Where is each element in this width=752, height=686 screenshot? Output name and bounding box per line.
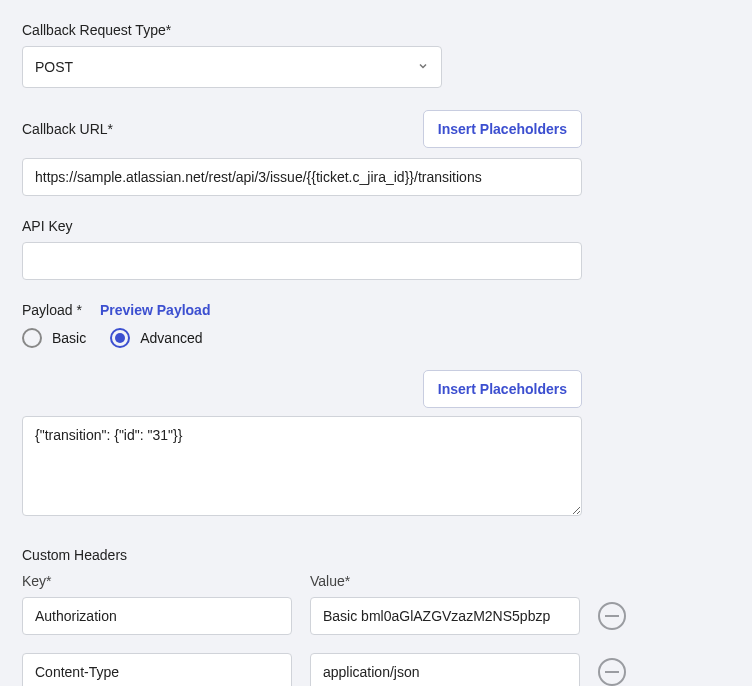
api-key-input[interactable] — [22, 242, 582, 280]
callback-request-type-section: Callback Request Type* POST — [22, 22, 730, 88]
payload-advanced-label: Advanced — [140, 330, 202, 346]
header-row — [22, 653, 662, 686]
callback-request-type-value: POST — [35, 59, 73, 75]
payload-advanced-radio[interactable]: Advanced — [110, 328, 202, 348]
callback-url-input[interactable] — [22, 158, 582, 196]
minus-icon — [605, 671, 619, 673]
header-key-col-label: Key* — [22, 573, 292, 589]
api-key-section: API Key — [22, 218, 730, 280]
header-row — [22, 597, 662, 635]
header-value-input[interactable] — [310, 653, 580, 686]
radio-selected-icon — [110, 328, 130, 348]
remove-header-button[interactable] — [598, 602, 626, 630]
payload-basic-label: Basic — [52, 330, 86, 346]
payload-insert-row: Insert Placeholders — [22, 370, 582, 408]
custom-headers-label: Custom Headers — [22, 547, 730, 563]
header-value-input[interactable] — [310, 597, 580, 635]
insert-placeholders-payload-button[interactable]: Insert Placeholders — [423, 370, 582, 408]
api-key-label: API Key — [22, 218, 730, 234]
payload-body-textarea[interactable] — [22, 416, 582, 516]
callback-url-section: Callback URL* Insert Placeholders — [22, 110, 730, 196]
payload-section: Payload * Preview Payload Basic Advanced — [22, 302, 730, 348]
header-key-input[interactable] — [22, 653, 292, 686]
chevron-down-icon — [417, 59, 429, 75]
insert-placeholders-url-button[interactable]: Insert Placeholders — [423, 110, 582, 148]
minus-icon — [605, 615, 619, 617]
payload-label: Payload * — [22, 302, 82, 318]
header-value-col-label: Value* — [310, 573, 580, 589]
payload-mode-radio-group: Basic Advanced — [22, 328, 730, 348]
svg-rect-1 — [605, 671, 619, 673]
header-key-input[interactable] — [22, 597, 292, 635]
custom-headers-section: Custom Headers Key* Value* — [22, 547, 730, 686]
preview-payload-link[interactable]: Preview Payload — [100, 302, 211, 318]
callback-request-type-label: Callback Request Type* — [22, 22, 730, 38]
callback-request-type-select[interactable]: POST — [22, 46, 442, 88]
remove-header-button[interactable] — [598, 658, 626, 686]
radio-icon — [22, 328, 42, 348]
svg-rect-0 — [605, 615, 619, 617]
payload-basic-radio[interactable]: Basic — [22, 328, 86, 348]
callback-url-label: Callback URL* — [22, 121, 113, 137]
